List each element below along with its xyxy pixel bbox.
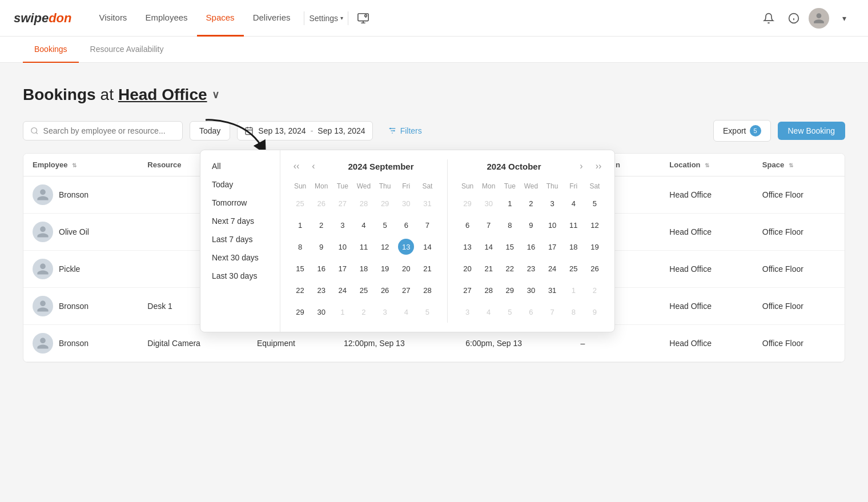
calendar-day[interactable]: 23 (311, 279, 332, 301)
calendar-day[interactable]: 1 (563, 279, 584, 301)
calendar-day[interactable]: 29 (457, 192, 478, 214)
calendar-day[interactable]: 20 (396, 258, 417, 279)
calendar-day[interactable]: 4 (353, 214, 374, 236)
new-booking-button[interactable]: New Booking (778, 122, 846, 140)
calendar-day[interactable]: 7 (542, 301, 563, 323)
calendar-day[interactable]: 29 (499, 279, 520, 301)
calendar-day[interactable]: 20 (457, 258, 478, 279)
calendar-day[interactable]: 6 (457, 214, 478, 236)
cal-prev-button[interactable]: ‹ (307, 159, 320, 173)
calendar-day[interactable]: 19 (584, 236, 605, 258)
calendar-day[interactable]: 26 (311, 192, 332, 214)
calendar-day[interactable]: 4 (563, 192, 584, 214)
calendar-day[interactable]: 28 (353, 192, 374, 214)
calendar-day[interactable]: 5 (499, 301, 520, 323)
calendar-day[interactable]: 7 (478, 214, 499, 236)
notifications-bell-icon[interactable] (758, 8, 779, 29)
calendar-day[interactable]: 25 (290, 192, 311, 214)
calendar-day[interactable]: 29 (375, 192, 396, 214)
calendar-day[interactable]: 30 (478, 192, 499, 214)
nav-settings[interactable]: Settings ▾ (309, 14, 343, 23)
calendar-day[interactable]: 5 (375, 214, 396, 236)
account-chevron-icon[interactable]: ▾ (834, 8, 854, 29)
calendar-day[interactable]: 9 (311, 236, 332, 258)
calendar-day[interactable]: 24 (542, 258, 563, 279)
calendar-day[interactable]: 8 (290, 236, 311, 258)
calendar-day[interactable]: 27 (332, 192, 353, 214)
col-header-employee[interactable]: Employee ⇅ (23, 154, 138, 176)
nav-employees[interactable]: Employees (136, 0, 196, 37)
calendar-day[interactable]: 3 (542, 192, 563, 214)
quick-option-all[interactable]: All (200, 157, 280, 175)
quick-option-tomorrow[interactable]: Tomorrow (200, 194, 280, 212)
calendar-day[interactable]: 28 (478, 279, 499, 301)
calendar-day[interactable]: 11 (563, 214, 584, 236)
calendar-day[interactable]: 1 (332, 301, 353, 323)
location-chevron-icon[interactable]: ∨ (212, 89, 219, 101)
calendar-day[interactable]: 7 (417, 214, 438, 236)
nav-visitors[interactable]: Visitors (90, 0, 136, 37)
calendar-day[interactable]: 6 (396, 214, 417, 236)
calendar-day[interactable]: 2 (353, 301, 374, 323)
quick-option-last30[interactable]: Last 30 days (200, 267, 280, 285)
calendar-day[interactable]: 5 (584, 192, 605, 214)
calendar-day[interactable]: 26 (584, 258, 605, 279)
nav-spaces[interactable]: Spaces (197, 0, 244, 37)
export-button[interactable]: Export 5 (713, 120, 770, 142)
calendar-day[interactable]: 3 (332, 214, 353, 236)
calendar-day[interactable]: 12 (584, 214, 605, 236)
search-box[interactable] (23, 121, 183, 140)
quick-option-last7[interactable]: Last 7 days (200, 230, 280, 248)
cal-next-next-button[interactable]: ›› (592, 159, 605, 173)
info-icon[interactable] (783, 8, 804, 29)
calendar-day[interactable]: 3 (457, 301, 478, 323)
calendar-day[interactable]: 14 (478, 236, 499, 258)
filters-button[interactable]: Filters (380, 122, 430, 140)
heading-location-link[interactable]: Head Office (118, 86, 207, 104)
calendar-day[interactable]: 25 (563, 258, 584, 279)
calendar-day[interactable]: 8 (499, 214, 520, 236)
calendar-day[interactable]: 3 (375, 301, 396, 323)
tab-resource-availability[interactable]: Resource Availability (79, 37, 175, 63)
calendar-day[interactable]: 28 (417, 279, 438, 301)
calendar-day[interactable]: 19 (375, 258, 396, 279)
calendar-day[interactable]: 23 (520, 258, 541, 279)
calendar-day[interactable]: 22 (499, 258, 520, 279)
calendar-day[interactable]: 1 (499, 192, 520, 214)
calendar-day[interactable]: 1 (290, 214, 311, 236)
calendar-day[interactable]: 18 (353, 258, 374, 279)
calendar-day[interactable]: 27 (396, 279, 417, 301)
calendar-day[interactable]: 13 (396, 236, 417, 258)
calendar-day[interactable]: 18 (563, 236, 584, 258)
calendar-day[interactable]: 5 (417, 301, 438, 323)
calendar-day[interactable]: 30 (520, 279, 541, 301)
calendar-day[interactable]: 29 (290, 301, 311, 323)
today-button[interactable]: Today (190, 121, 230, 140)
user-avatar[interactable] (809, 8, 829, 29)
calendar-day[interactable]: 4 (396, 301, 417, 323)
calendar-day[interactable]: 27 (457, 279, 478, 301)
calendar-day[interactable]: 2 (311, 214, 332, 236)
calendar-day[interactable]: 15 (290, 258, 311, 279)
col-header-space[interactable]: Space ⇅ (753, 154, 845, 176)
calendar-day[interactable]: 24 (332, 279, 353, 301)
calendar-day[interactable]: 16 (520, 236, 541, 258)
calendar-day[interactable]: 17 (542, 236, 563, 258)
app-logo[interactable]: swipedon (14, 11, 71, 26)
quick-option-next30[interactable]: Next 30 days (200, 248, 280, 267)
cal-next-button[interactable]: › (574, 159, 588, 173)
calendar-day[interactable]: 21 (417, 258, 438, 279)
search-input[interactable] (43, 126, 175, 135)
date-range-picker[interactable]: Sep 13, 2024 - Sep 13, 2024 (237, 121, 372, 140)
calendar-day[interactable]: 9 (584, 301, 605, 323)
calendar-day[interactable]: 31 (542, 279, 563, 301)
calendar-day[interactable]: 2 (520, 192, 541, 214)
calendar-day[interactable]: 16 (311, 258, 332, 279)
calendar-day[interactable]: 17 (332, 258, 353, 279)
kiosk-icon[interactable] (353, 8, 373, 29)
calendar-day[interactable]: 21 (478, 258, 499, 279)
calendar-day[interactable]: 30 (311, 301, 332, 323)
calendar-day[interactable]: 14 (417, 236, 438, 258)
calendar-day[interactable]: 30 (396, 192, 417, 214)
calendar-day[interactable]: 11 (353, 236, 374, 258)
